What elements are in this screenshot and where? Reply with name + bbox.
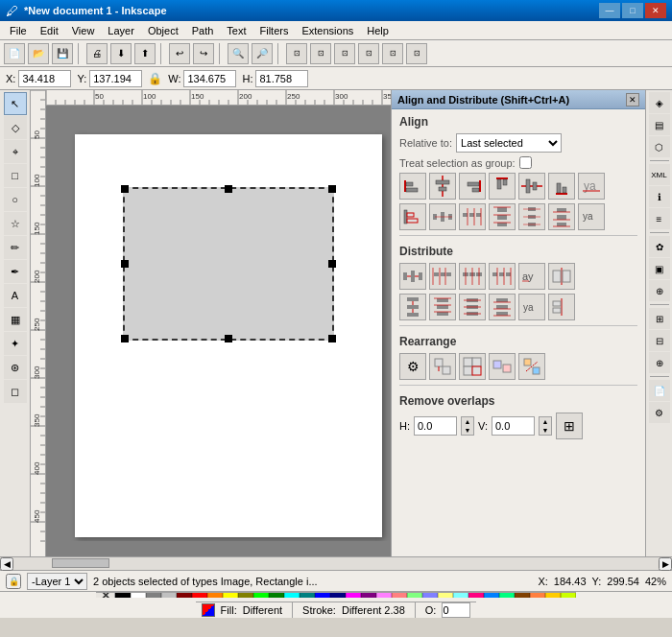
handle-bottom-left[interactable] xyxy=(121,335,129,342)
dist-text2-btn[interactable]: ya xyxy=(578,203,605,230)
rearrange-btn-2[interactable] xyxy=(429,353,456,380)
w-input[interactable] xyxy=(183,70,236,87)
tool-eraser[interactable]: ◻ xyxy=(4,380,27,403)
zoom-out-button[interactable]: 🔎 xyxy=(252,43,273,64)
dist-top-btn[interactable] xyxy=(489,203,516,230)
export-button[interactable]: ⬆ xyxy=(134,43,156,64)
h-spin-up[interactable]: ▲ xyxy=(462,417,473,426)
align-top-btn[interactable]: ⊡ xyxy=(358,43,379,64)
dist-center-v-btn[interactable] xyxy=(518,203,545,230)
h-input[interactable] xyxy=(255,70,308,87)
save-button[interactable]: 💾 xyxy=(52,43,73,64)
palette-color[interactable] xyxy=(422,592,438,598)
palette-color[interactable] xyxy=(545,592,561,598)
color-palette[interactable]: ✕ xyxy=(96,592,576,598)
rearrange-btn-5[interactable] xyxy=(518,353,545,380)
treat-as-group-checkbox[interactable] xyxy=(519,156,532,169)
dist-btn-3[interactable] xyxy=(459,263,486,290)
align-text-btn[interactable]: ya xyxy=(578,173,605,200)
align-left-btn[interactable]: ⊡ xyxy=(286,43,307,64)
hscroll-left-btn[interactable]: ◀ xyxy=(0,557,13,571)
dist-center-h-btn[interactable] xyxy=(429,203,456,230)
menu-item-filters[interactable]: Filters xyxy=(254,23,295,38)
layers-btn[interactable]: ≡ xyxy=(649,208,670,229)
canvas-area[interactable] xyxy=(31,90,391,556)
palette-color[interactable] xyxy=(392,592,407,598)
align-right-btn[interactable]: ⊡ xyxy=(334,43,355,64)
align-center-v-btn[interactable] xyxy=(518,173,545,200)
gradient-btn[interactable]: ▤ xyxy=(649,114,670,135)
zoom-in-button[interactable]: 🔍 xyxy=(228,43,249,64)
dist-btn-8[interactable] xyxy=(429,294,456,320)
open-button[interactable]: 📂 xyxy=(28,43,49,64)
align-bottom-edges-btn[interactable] xyxy=(548,173,575,200)
h-overlap-input[interactable] xyxy=(414,416,457,436)
palette-color[interactable] xyxy=(530,592,545,598)
align-center-h-btn[interactable] xyxy=(429,173,456,200)
handle-top-left[interactable] xyxy=(121,185,129,193)
palette-color[interactable] xyxy=(300,592,315,598)
menu-item-help[interactable]: Help xyxy=(361,23,395,38)
palette-color[interactable] xyxy=(192,592,207,598)
palette-color[interactable] xyxy=(207,592,223,598)
dist-right-btn[interactable] xyxy=(459,203,486,230)
hscroll-track[interactable] xyxy=(13,558,659,570)
palette-color[interactable] xyxy=(161,592,177,598)
selected-rectangle[interactable] xyxy=(123,187,334,341)
tool-pen[interactable]: ✒ xyxy=(4,260,27,283)
undo-button[interactable]: ↩ xyxy=(169,43,190,64)
palette-color[interactable] xyxy=(407,592,422,598)
lock-icon[interactable]: 🔒 xyxy=(148,72,162,85)
palette-color[interactable] xyxy=(453,592,468,598)
dist-btn-12[interactable] xyxy=(548,294,575,320)
redo-button[interactable]: ↪ xyxy=(193,43,214,64)
hscroll-thumb[interactable] xyxy=(52,558,109,568)
rearrange-btn-1[interactable]: ⚙ xyxy=(399,353,426,380)
menu-item-text[interactable]: Text xyxy=(221,23,252,38)
minimize-button[interactable]: — xyxy=(599,3,620,18)
palette-color[interactable] xyxy=(561,592,576,598)
tool-text[interactable]: A xyxy=(4,284,27,307)
handle-mid-left[interactable] xyxy=(121,260,129,268)
rearrange-btn-3[interactable] xyxy=(459,353,486,380)
dist-btn-2[interactable] xyxy=(429,263,456,290)
tool-pencil[interactable]: ✏ xyxy=(4,236,27,259)
menu-item-file[interactable]: File xyxy=(4,23,33,38)
align-left-edges-btn[interactable] xyxy=(399,173,426,200)
handle-mid-right[interactable] xyxy=(328,260,336,268)
tool-node[interactable]: ◇ xyxy=(4,116,27,139)
menu-item-extensions[interactable]: Extensions xyxy=(296,23,359,38)
palette-color[interactable] xyxy=(177,592,192,598)
pattern-btn[interactable]: ⬡ xyxy=(649,136,670,157)
align-mid-btn[interactable]: ⊡ xyxy=(382,43,403,64)
palette-color[interactable] xyxy=(376,592,392,598)
dist-btn-5[interactable]: ay xyxy=(518,263,545,290)
palette-color[interactable] xyxy=(361,592,376,598)
swatch-btn[interactable]: ▣ xyxy=(649,258,670,279)
palette-color[interactable] xyxy=(468,592,484,598)
remove-overlaps-apply-btn[interactable]: ⊞ xyxy=(556,413,583,439)
align-left-side-btn[interactable] xyxy=(399,203,426,230)
palette-color[interactable] xyxy=(253,592,269,598)
canvas-inner[interactable] xyxy=(46,106,391,541)
palette-color[interactable] xyxy=(315,592,330,598)
align-center-btn[interactable]: ⊡ xyxy=(310,43,331,64)
palette-color[interactable] xyxy=(499,592,515,598)
dist-btn-11[interactable]: ya xyxy=(518,294,545,320)
hscroll-right-btn[interactable]: ▶ xyxy=(659,557,672,571)
palette-color[interactable] xyxy=(146,592,161,598)
dist-btn-1[interactable] xyxy=(399,263,426,290)
tool-circle[interactable]: ○ xyxy=(4,188,27,211)
h-overlap-spinner[interactable]: ▲ ▼ xyxy=(461,416,474,436)
handle-top-right[interactable] xyxy=(328,185,336,193)
object-props-btn[interactable]: ℹ xyxy=(649,186,670,207)
handle-bottom-right[interactable] xyxy=(328,335,336,342)
v-overlap-input[interactable] xyxy=(492,416,535,436)
palette-color[interactable] xyxy=(515,592,530,598)
palette-color[interactable] xyxy=(238,592,253,598)
no-fill-btn[interactable]: ✕ xyxy=(96,592,115,598)
align-top-edges-btn[interactable] xyxy=(489,173,516,200)
snap-btn[interactable]: ⊕ xyxy=(649,280,670,301)
y-input[interactable] xyxy=(89,70,142,87)
palette-color[interactable] xyxy=(484,592,499,598)
